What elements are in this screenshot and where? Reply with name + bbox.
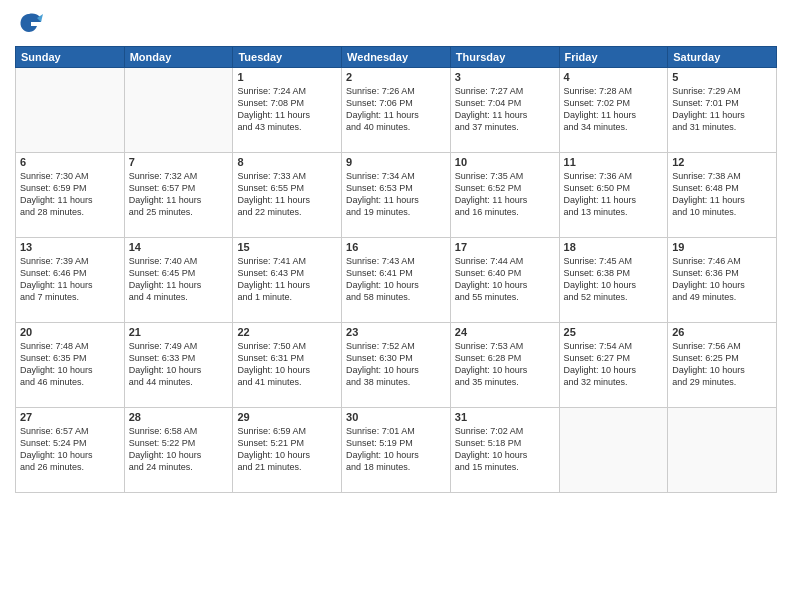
cell-content: Sunrise: 7:39 AM Sunset: 6:46 PM Dayligh… [20, 255, 120, 304]
week-row-2: 6Sunrise: 7:30 AM Sunset: 6:59 PM Daylig… [16, 153, 777, 238]
day-number: 21 [129, 326, 229, 338]
day-number: 7 [129, 156, 229, 168]
calendar-cell: 24Sunrise: 7:53 AM Sunset: 6:28 PM Dayli… [450, 323, 559, 408]
calendar-cell: 7Sunrise: 7:32 AM Sunset: 6:57 PM Daylig… [124, 153, 233, 238]
calendar-cell: 6Sunrise: 7:30 AM Sunset: 6:59 PM Daylig… [16, 153, 125, 238]
calendar-cell: 2Sunrise: 7:26 AM Sunset: 7:06 PM Daylig… [342, 68, 451, 153]
cell-content: Sunrise: 7:49 AM Sunset: 6:33 PM Dayligh… [129, 340, 229, 389]
day-number: 31 [455, 411, 555, 423]
cell-content: Sunrise: 7:41 AM Sunset: 6:43 PM Dayligh… [237, 255, 337, 304]
cell-content: Sunrise: 7:02 AM Sunset: 5:18 PM Dayligh… [455, 425, 555, 474]
cell-content: Sunrise: 7:56 AM Sunset: 6:25 PM Dayligh… [672, 340, 772, 389]
calendar-cell: 21Sunrise: 7:49 AM Sunset: 6:33 PM Dayli… [124, 323, 233, 408]
calendar-cell: 8Sunrise: 7:33 AM Sunset: 6:55 PM Daylig… [233, 153, 342, 238]
cell-content: Sunrise: 7:24 AM Sunset: 7:08 PM Dayligh… [237, 85, 337, 134]
calendar-cell: 22Sunrise: 7:50 AM Sunset: 6:31 PM Dayli… [233, 323, 342, 408]
day-number: 28 [129, 411, 229, 423]
day-number: 10 [455, 156, 555, 168]
day-number: 16 [346, 241, 446, 253]
cell-content: Sunrise: 7:43 AM Sunset: 6:41 PM Dayligh… [346, 255, 446, 304]
week-row-4: 20Sunrise: 7:48 AM Sunset: 6:35 PM Dayli… [16, 323, 777, 408]
day-number: 1 [237, 71, 337, 83]
logo [15, 10, 47, 38]
day-header-saturday: Saturday [668, 47, 777, 68]
calendar-cell: 31Sunrise: 7:02 AM Sunset: 5:18 PM Dayli… [450, 408, 559, 493]
calendar-cell: 5Sunrise: 7:29 AM Sunset: 7:01 PM Daylig… [668, 68, 777, 153]
cell-content: Sunrise: 7:44 AM Sunset: 6:40 PM Dayligh… [455, 255, 555, 304]
header [15, 10, 777, 38]
cell-content: Sunrise: 7:30 AM Sunset: 6:59 PM Dayligh… [20, 170, 120, 219]
cell-content: Sunrise: 7:01 AM Sunset: 5:19 PM Dayligh… [346, 425, 446, 474]
cell-content: Sunrise: 7:28 AM Sunset: 7:02 PM Dayligh… [564, 85, 664, 134]
day-header-row: SundayMondayTuesdayWednesdayThursdayFrid… [16, 47, 777, 68]
calendar-cell: 25Sunrise: 7:54 AM Sunset: 6:27 PM Dayli… [559, 323, 668, 408]
calendar-cell: 9Sunrise: 7:34 AM Sunset: 6:53 PM Daylig… [342, 153, 451, 238]
calendar-cell: 12Sunrise: 7:38 AM Sunset: 6:48 PM Dayli… [668, 153, 777, 238]
day-header-monday: Monday [124, 47, 233, 68]
calendar-cell: 23Sunrise: 7:52 AM Sunset: 6:30 PM Dayli… [342, 323, 451, 408]
day-number: 17 [455, 241, 555, 253]
day-number: 8 [237, 156, 337, 168]
cell-content: Sunrise: 7:40 AM Sunset: 6:45 PM Dayligh… [129, 255, 229, 304]
calendar-cell [124, 68, 233, 153]
cell-content: Sunrise: 7:29 AM Sunset: 7:01 PM Dayligh… [672, 85, 772, 134]
day-number: 4 [564, 71, 664, 83]
calendar-cell [559, 408, 668, 493]
cell-content: Sunrise: 7:35 AM Sunset: 6:52 PM Dayligh… [455, 170, 555, 219]
week-row-3: 13Sunrise: 7:39 AM Sunset: 6:46 PM Dayli… [16, 238, 777, 323]
cell-content: Sunrise: 7:33 AM Sunset: 6:55 PM Dayligh… [237, 170, 337, 219]
day-number: 12 [672, 156, 772, 168]
page-container: SundayMondayTuesdayWednesdayThursdayFrid… [0, 0, 792, 503]
calendar-cell: 29Sunrise: 6:59 AM Sunset: 5:21 PM Dayli… [233, 408, 342, 493]
calendar-cell [668, 408, 777, 493]
day-number: 3 [455, 71, 555, 83]
calendar-cell: 10Sunrise: 7:35 AM Sunset: 6:52 PM Dayli… [450, 153, 559, 238]
day-number: 25 [564, 326, 664, 338]
calendar-cell: 15Sunrise: 7:41 AM Sunset: 6:43 PM Dayli… [233, 238, 342, 323]
calendar-cell: 17Sunrise: 7:44 AM Sunset: 6:40 PM Dayli… [450, 238, 559, 323]
day-number: 13 [20, 241, 120, 253]
logo-icon [15, 10, 43, 38]
day-header-sunday: Sunday [16, 47, 125, 68]
calendar-cell: 20Sunrise: 7:48 AM Sunset: 6:35 PM Dayli… [16, 323, 125, 408]
calendar-cell: 4Sunrise: 7:28 AM Sunset: 7:02 PM Daylig… [559, 68, 668, 153]
calendar-cell: 26Sunrise: 7:56 AM Sunset: 6:25 PM Dayli… [668, 323, 777, 408]
calendar-table: SundayMondayTuesdayWednesdayThursdayFrid… [15, 46, 777, 493]
day-number: 5 [672, 71, 772, 83]
day-number: 19 [672, 241, 772, 253]
day-header-thursday: Thursday [450, 47, 559, 68]
calendar-cell: 1Sunrise: 7:24 AM Sunset: 7:08 PM Daylig… [233, 68, 342, 153]
cell-content: Sunrise: 6:58 AM Sunset: 5:22 PM Dayligh… [129, 425, 229, 474]
calendar-cell: 14Sunrise: 7:40 AM Sunset: 6:45 PM Dayli… [124, 238, 233, 323]
week-row-1: 1Sunrise: 7:24 AM Sunset: 7:08 PM Daylig… [16, 68, 777, 153]
day-header-friday: Friday [559, 47, 668, 68]
cell-content: Sunrise: 7:54 AM Sunset: 6:27 PM Dayligh… [564, 340, 664, 389]
cell-content: Sunrise: 7:27 AM Sunset: 7:04 PM Dayligh… [455, 85, 555, 134]
day-number: 30 [346, 411, 446, 423]
day-number: 2 [346, 71, 446, 83]
calendar-cell: 18Sunrise: 7:45 AM Sunset: 6:38 PM Dayli… [559, 238, 668, 323]
day-number: 6 [20, 156, 120, 168]
cell-content: Sunrise: 7:36 AM Sunset: 6:50 PM Dayligh… [564, 170, 664, 219]
calendar-cell: 19Sunrise: 7:46 AM Sunset: 6:36 PM Dayli… [668, 238, 777, 323]
day-number: 24 [455, 326, 555, 338]
cell-content: Sunrise: 7:32 AM Sunset: 6:57 PM Dayligh… [129, 170, 229, 219]
cell-content: Sunrise: 7:53 AM Sunset: 6:28 PM Dayligh… [455, 340, 555, 389]
week-row-5: 27Sunrise: 6:57 AM Sunset: 5:24 PM Dayli… [16, 408, 777, 493]
cell-content: Sunrise: 7:48 AM Sunset: 6:35 PM Dayligh… [20, 340, 120, 389]
cell-content: Sunrise: 7:45 AM Sunset: 6:38 PM Dayligh… [564, 255, 664, 304]
day-number: 14 [129, 241, 229, 253]
day-number: 20 [20, 326, 120, 338]
day-header-tuesday: Tuesday [233, 47, 342, 68]
day-number: 27 [20, 411, 120, 423]
day-number: 22 [237, 326, 337, 338]
cell-content: Sunrise: 7:26 AM Sunset: 7:06 PM Dayligh… [346, 85, 446, 134]
cell-content: Sunrise: 7:52 AM Sunset: 6:30 PM Dayligh… [346, 340, 446, 389]
day-number: 9 [346, 156, 446, 168]
calendar-cell: 11Sunrise: 7:36 AM Sunset: 6:50 PM Dayli… [559, 153, 668, 238]
day-number: 18 [564, 241, 664, 253]
day-header-wednesday: Wednesday [342, 47, 451, 68]
cell-content: Sunrise: 7:46 AM Sunset: 6:36 PM Dayligh… [672, 255, 772, 304]
calendar-cell: 16Sunrise: 7:43 AM Sunset: 6:41 PM Dayli… [342, 238, 451, 323]
calendar-cell: 3Sunrise: 7:27 AM Sunset: 7:04 PM Daylig… [450, 68, 559, 153]
